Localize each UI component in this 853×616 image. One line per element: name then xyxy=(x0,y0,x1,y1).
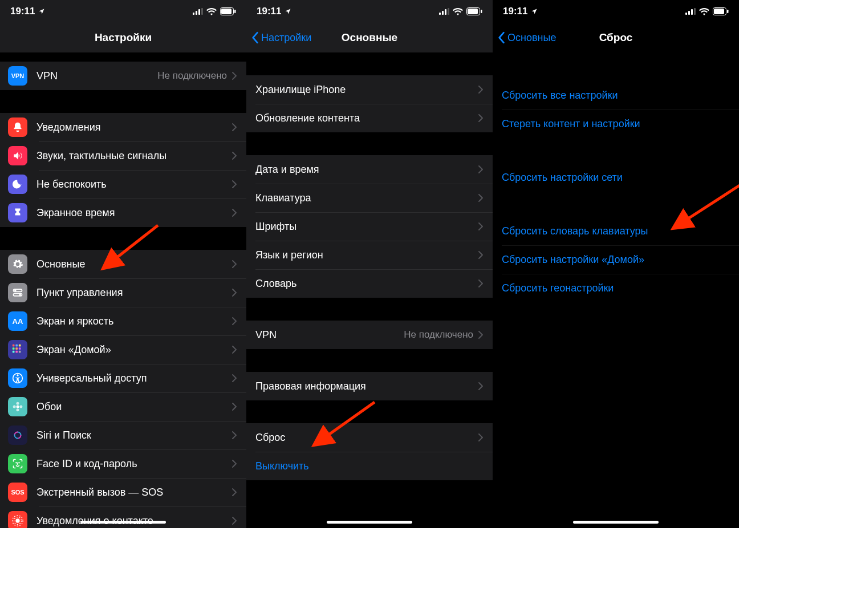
settings-row[interactable]: Хранилище iPhone xyxy=(246,75,493,104)
settings-row[interactable]: Шрифты xyxy=(246,212,493,241)
settings-row[interactable]: Сбросить все настройки xyxy=(493,81,739,110)
svg-rect-11 xyxy=(15,347,18,350)
chevron-right-icon xyxy=(478,250,484,260)
svg-rect-12 xyxy=(19,347,21,350)
settings-row[interactable]: Звуки, тактильные сигналы xyxy=(0,141,246,170)
settings-row[interactable]: Дата и время xyxy=(246,155,493,184)
settings-row[interactable]: Сбросить настройки сети xyxy=(493,163,739,192)
row-label: Сбросить словарь клавиатуры xyxy=(502,225,730,237)
settings-row[interactable]: Face ID и код-пароль xyxy=(0,449,246,478)
status-bar: 19:11 xyxy=(0,0,246,23)
hourglass-icon xyxy=(8,203,27,222)
row-label: Словарь xyxy=(255,278,478,290)
svg-point-20 xyxy=(17,408,19,411)
settings-row[interactable]: AAЭкран и яркость xyxy=(0,307,246,335)
row-label: VPN xyxy=(36,70,157,82)
row-label: Обои xyxy=(36,401,231,413)
settings-row[interactable]: Экран «Домой» xyxy=(0,335,246,364)
row-label: Не беспокоить xyxy=(36,179,231,191)
chevron-right-icon xyxy=(231,260,237,269)
svg-point-26 xyxy=(16,463,17,463)
row-label: Уведомления xyxy=(36,121,231,133)
row-label: VPN xyxy=(255,329,404,341)
row-label: Универсальный доступ xyxy=(36,372,231,384)
location-icon xyxy=(38,8,45,15)
wifi-icon xyxy=(206,7,217,15)
chevron-right-icon xyxy=(478,114,484,123)
location-icon xyxy=(285,8,291,15)
settings-row[interactable]: SOSЭкстренный вызов — SOS xyxy=(0,478,246,506)
settings-row[interactable]: Уведомления о контакте xyxy=(0,506,246,528)
page-title: Сброс xyxy=(599,31,633,44)
row-label: Экран «Домой» xyxy=(36,344,231,356)
settings-row[interactable]: Экранное время xyxy=(0,198,246,227)
exposure-icon xyxy=(8,511,27,528)
settings-row[interactable]: Сброс xyxy=(246,423,493,452)
svg-point-17 xyxy=(17,374,18,376)
svg-rect-34 xyxy=(481,10,482,13)
chevron-right-icon xyxy=(478,193,484,202)
speaker-icon xyxy=(8,146,27,165)
svg-rect-13 xyxy=(13,351,15,353)
settings-row[interactable]: Сбросить геонастройки xyxy=(493,274,739,302)
svg-point-4 xyxy=(14,290,16,291)
settings-row[interactable]: Клавиатура xyxy=(246,184,493,212)
moon-icon xyxy=(8,175,27,194)
back-label: Настройки xyxy=(261,32,311,44)
settings-row[interactable]: Основные xyxy=(0,250,246,278)
chevron-right-icon xyxy=(478,433,484,442)
back-button[interactable]: Основные xyxy=(497,23,556,52)
settings-row[interactable]: Обои xyxy=(0,392,246,421)
svg-point-21 xyxy=(13,406,16,408)
settings-row[interactable]: VPNVPNНе подключено xyxy=(0,62,246,90)
settings-row[interactable]: Siri и Поиск xyxy=(0,421,246,449)
settings-row[interactable]: Сбросить настройки «Домой» xyxy=(493,245,739,274)
screen-reset: 19:11 Основные Сброс Сбросить все настро… xyxy=(493,0,739,528)
chevron-right-icon xyxy=(231,459,237,468)
svg-point-6 xyxy=(19,294,21,295)
settings-row[interactable]: Пункт управления xyxy=(0,278,246,307)
page-title: Основные xyxy=(342,31,397,44)
row-label: Основные xyxy=(36,258,231,270)
settings-row[interactable]: Стереть контент и настройки xyxy=(493,110,739,138)
settings-row[interactable]: Не беспокоить xyxy=(0,170,246,198)
navbar: Настройки Основные xyxy=(246,23,493,52)
signal-icon xyxy=(685,8,696,15)
settings-row[interactable]: Выключить xyxy=(246,452,493,480)
settings-row[interactable]: Сбросить словарь клавиатуры xyxy=(493,217,739,245)
svg-rect-15 xyxy=(19,351,21,353)
chevron-right-icon xyxy=(478,382,484,391)
settings-row[interactable]: Обновление контента xyxy=(246,104,493,132)
chevron-right-icon xyxy=(478,222,484,231)
row-label: Клавиатура xyxy=(255,192,478,204)
svg-point-19 xyxy=(17,402,19,405)
row-label: Обновление контента xyxy=(255,112,478,124)
grid-icon xyxy=(8,340,27,359)
svg-rect-7 xyxy=(13,345,15,347)
signal-icon xyxy=(193,8,203,15)
battery-icon xyxy=(466,7,482,15)
row-label: Siri и Поиск xyxy=(36,429,231,441)
svg-rect-1 xyxy=(221,9,231,14)
settings-row[interactable]: Язык и регион xyxy=(246,241,493,269)
home-indicator xyxy=(327,521,412,524)
aa-icon: AA xyxy=(8,311,27,331)
chevron-right-icon xyxy=(231,374,237,383)
settings-row[interactable]: Правовая информация xyxy=(246,372,493,400)
row-label: Экранное время xyxy=(36,207,231,219)
wifi-icon xyxy=(453,7,463,15)
settings-row[interactable]: Универсальный доступ xyxy=(0,364,246,392)
settings-row[interactable]: Уведомления xyxy=(0,113,246,141)
row-label: Сброс xyxy=(255,432,478,444)
settings-row[interactable]: Словарь xyxy=(246,269,493,298)
back-button[interactable]: Настройки xyxy=(251,23,311,52)
svg-point-28 xyxy=(15,518,19,522)
svg-point-22 xyxy=(19,406,22,408)
svg-point-27 xyxy=(19,463,19,463)
siri-icon xyxy=(8,425,27,445)
bell-icon xyxy=(8,117,27,137)
row-label: Сбросить все настройки xyxy=(502,90,730,102)
home-indicator xyxy=(80,521,166,524)
navbar: Настройки xyxy=(0,23,246,52)
settings-row[interactable]: VPNНе подключено xyxy=(246,321,493,349)
